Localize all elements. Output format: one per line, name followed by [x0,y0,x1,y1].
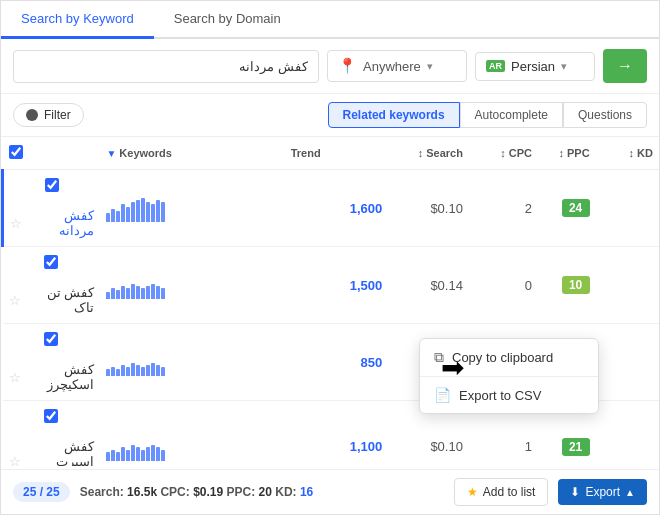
location-chevron-icon: ▾ [427,60,433,73]
filter-label: Filter [44,108,71,122]
export-label: Export [585,485,620,499]
keyword-input[interactable] [13,50,319,83]
location-pin-icon: 📍 [338,57,357,75]
select-all-checkbox[interactable] [9,145,23,159]
col-keywords-header[interactable]: ▼ Keywords [100,137,284,170]
lang-flag: AR [486,60,505,72]
row-checkbox-cell [3,324,101,354]
keyword-cell: ☆کفش اسپرت مردانه [3,431,101,466]
csv-icon: 📄 [434,387,451,403]
stats-text: Search: 16.5k CPC: $0.19 PPC: 20 KD: 16 [80,485,444,499]
go-button[interactable]: → [603,49,647,83]
keyword-text: کفش مردانه [30,208,94,238]
language-select[interactable]: AR Persian ▾ [475,52,595,81]
col-ppc-header[interactable]: ↕ PPC [538,137,596,170]
col-search-header[interactable]: ↕ Search [388,137,469,170]
cpc-cell: $0.14 [388,247,469,324]
trend-cell [100,401,284,467]
add-to-list-button[interactable]: ★ Add to list [454,478,549,506]
filter-dot-icon [26,109,38,121]
row-checkbox[interactable] [44,409,58,423]
kd-stat-label: KD: [275,485,296,499]
trend-cell [100,324,284,401]
count-badge: 25 / 25 [13,482,70,502]
kd-badge: 21 [562,438,590,456]
tab-autocomplete[interactable]: Autocomplete [460,102,563,128]
filter-button[interactable]: Filter [13,103,84,127]
export-csv-label: Export to CSV [459,388,541,403]
col-trend-header: Trend [285,137,389,170]
trend-cell [100,247,284,324]
go-arrow-icon: → [617,57,633,75]
col-cpc-header[interactable]: ↕ CPC [469,137,538,170]
row-checkbox-cell [3,247,101,277]
kd-stat-val: 16 [300,485,313,499]
trend-cell [100,170,284,247]
search-stat-label: Search: [80,485,124,499]
add-list-star-icon: ★ [467,485,478,499]
copy-label: Copy to clipboard [452,350,553,365]
col-kd-header[interactable]: ↕ KD [596,137,659,170]
keyword-text: کفش اسپرت مردانه [29,439,95,466]
keyword-text: کفش اسکیچرز [29,362,95,392]
star-icon[interactable]: ☆ [9,293,21,308]
row-checkbox-cell [4,170,100,200]
kd-cell: 24 [538,170,596,247]
language-label: Persian [511,59,555,74]
ppc-cell: 0 [469,247,538,324]
arrow-annotation: ➡ [441,351,464,384]
language-chevron-icon: ▾ [561,60,567,73]
location-select[interactable]: 📍 Anywhere ▾ [327,50,467,82]
star-icon[interactable]: ☆ [9,454,21,466]
export-chevron-icon: ▲ [625,487,635,498]
keyword-cell: ☆کفش تن تاک [3,277,101,323]
keyword-table: ▼ Keywords Trend ↕ Search ↕ CPC ↕ PPC [1,137,659,466]
col-checkbox [3,137,101,170]
tab-questions[interactable]: Questions [563,102,647,128]
row-checkbox[interactable] [44,332,58,346]
sort-arrow-icon: ▼ [106,148,116,159]
bottom-bar: 25 / 25 Search: 16.5k CPC: $0.19 PPC: 20… [1,469,659,514]
row-checkbox[interactable] [45,178,59,192]
kd-badge: 10 [562,276,590,294]
keyword-text: کفش تن تاک [29,285,95,315]
kd-badge: 24 [562,199,590,217]
kd-cell: 10 [538,247,596,324]
ppc-stat-label: PPC: [227,485,256,499]
row-checkbox[interactable] [44,255,58,269]
table-row: ☆کفش تن تاک1,500$0.14010 [3,247,660,324]
tab-search-domain[interactable]: Search by Domain [154,1,301,39]
search-cell: 1,600 [285,170,389,247]
ppc-cell: 2 [469,170,538,247]
keyword-cell: ☆کفش اسکیچرز [3,354,101,400]
search-cell: 850 [285,324,389,401]
ppc-stat-val: 20 [259,485,272,499]
search-stat-val: 16.5k [127,485,157,499]
location-label: Anywhere [363,59,421,74]
tab-related-keywords[interactable]: Related keywords [328,102,460,128]
cpc-stat-label: CPC: [160,485,189,499]
table-row: ☆کفش مردانه1,600$0.10224 [3,170,660,247]
tab-search-keyword[interactable]: Search by Keyword [1,1,154,39]
search-cell: 1,500 [285,247,389,324]
cpc-cell: $0.10 [388,170,469,247]
export-download-icon: ⬇ [570,485,580,499]
row-checkbox-cell [3,401,101,431]
cpc-stat-val: $0.19 [193,485,223,499]
keyword-cell: ☆کفش مردانه [4,200,100,246]
export-button[interactable]: ⬇ Export ▲ [558,479,647,505]
star-icon[interactable]: ☆ [10,216,22,231]
star-icon[interactable]: ☆ [9,370,21,385]
add-list-label: Add to list [483,485,536,499]
search-cell: 1,100 [285,401,389,467]
